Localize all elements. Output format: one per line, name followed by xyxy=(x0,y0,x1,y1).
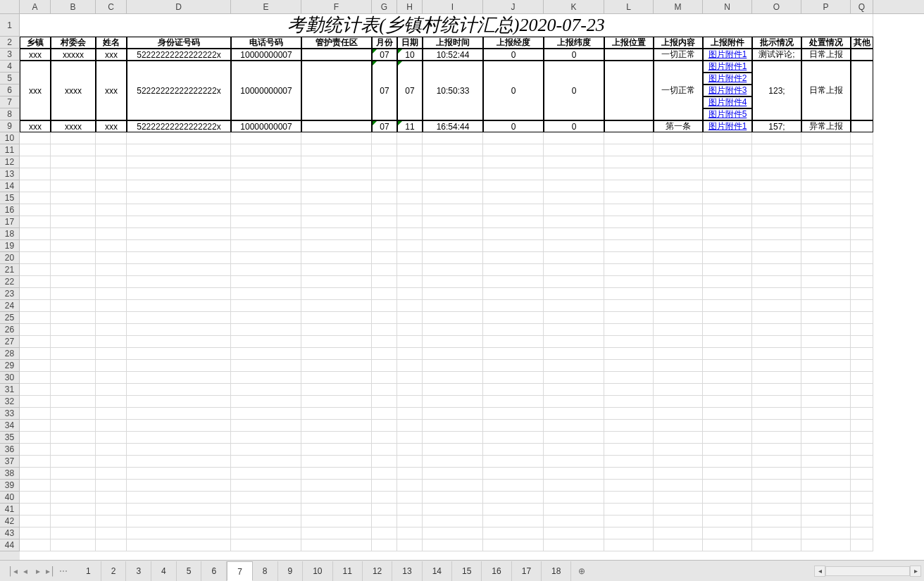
cell-14-J[interactable] xyxy=(483,180,544,192)
cell-14-N[interactable] xyxy=(703,180,752,192)
cell-37-C[interactable] xyxy=(96,456,127,468)
cell-38-C[interactable] xyxy=(96,468,127,480)
cell-22-F[interactable] xyxy=(301,276,372,288)
cell-23-F[interactable] xyxy=(301,288,372,300)
cell-14-C[interactable] xyxy=(96,180,127,192)
cell-28-E[interactable] xyxy=(231,348,301,360)
sheet-tab-4[interactable]: 4 xyxy=(151,561,177,581)
cell-15-O[interactable] xyxy=(752,192,801,204)
cell-23-M[interactable] xyxy=(654,288,703,300)
cell-17-F[interactable] xyxy=(301,216,372,228)
cell-13-M[interactable] xyxy=(654,168,703,180)
cell-39-C[interactable] xyxy=(96,480,127,492)
cell-43-I[interactable] xyxy=(423,527,483,539)
cell-32-Q[interactable] xyxy=(851,396,873,408)
cell-25-H[interactable] xyxy=(397,312,423,324)
cell-30-L[interactable] xyxy=(604,372,654,384)
cell-33-A[interactable] xyxy=(20,408,51,420)
row-header-7[interactable]: 7 xyxy=(0,96,20,108)
cell-39-I[interactable] xyxy=(423,480,483,492)
cell-18-M[interactable] xyxy=(654,228,703,240)
cell-10-M[interactable] xyxy=(654,132,703,144)
cell-43-J[interactable] xyxy=(483,527,544,539)
cell-25-O[interactable] xyxy=(752,312,801,324)
cell-20-P[interactable] xyxy=(801,252,851,264)
cell-28-J[interactable] xyxy=(483,348,544,360)
cell-43-B[interactable] xyxy=(51,527,96,539)
cell-29-D[interactable] xyxy=(127,360,231,372)
cell-31-B[interactable] xyxy=(51,384,96,396)
attachment-1-0-link[interactable]: 图片附件1 xyxy=(708,61,747,73)
cell-21-N[interactable] xyxy=(703,264,752,276)
cell-39-B[interactable] xyxy=(51,480,96,492)
cell-37-B[interactable] xyxy=(51,456,96,468)
row-header-32[interactable]: 32 xyxy=(0,396,20,408)
cell-26-D[interactable] xyxy=(127,324,231,336)
cell-43-P[interactable] xyxy=(801,527,851,539)
cell-20-C[interactable] xyxy=(96,252,127,264)
cell-11-J[interactable] xyxy=(483,144,544,156)
cell-30-B[interactable] xyxy=(51,372,96,384)
cell-41-O[interactable] xyxy=(752,504,801,516)
cell-29-N[interactable] xyxy=(703,360,752,372)
cell-27-J[interactable] xyxy=(483,336,544,348)
cell-43-O[interactable] xyxy=(752,527,801,539)
scroll-right-icon[interactable]: ▸ xyxy=(910,566,921,577)
column-header-P[interactable]: P xyxy=(801,0,851,14)
cell-26-C[interactable] xyxy=(96,324,127,336)
cell-16-C[interactable] xyxy=(96,204,127,216)
cell-43-N[interactable] xyxy=(703,527,752,539)
cell-22-J[interactable] xyxy=(483,276,544,288)
cell-37-P[interactable] xyxy=(801,456,851,468)
cell-17-M[interactable] xyxy=(654,216,703,228)
column-header-H[interactable]: H xyxy=(397,0,423,14)
attachment-1-3[interactable]: 图片附件4 xyxy=(703,96,752,108)
cell-42-C[interactable] xyxy=(96,516,127,527)
row-header-1[interactable]: 1 xyxy=(0,14,20,37)
cell-28-K[interactable] xyxy=(544,348,604,360)
cell-18-C[interactable] xyxy=(96,228,127,240)
cell-14-K[interactable] xyxy=(544,180,604,192)
column-header-D[interactable]: D xyxy=(127,0,231,14)
cell-16-Q[interactable] xyxy=(851,204,873,216)
row-header-35[interactable]: 35 xyxy=(0,432,20,444)
row-header-42[interactable]: 42 xyxy=(0,516,20,527)
cell-36-E[interactable] xyxy=(231,444,301,456)
cell-17-Q[interactable] xyxy=(851,216,873,228)
cell-28-D[interactable] xyxy=(127,348,231,360)
cell-24-J[interactable] xyxy=(483,300,544,312)
cell-25-D[interactable] xyxy=(127,312,231,324)
cell-35-N[interactable] xyxy=(703,432,752,444)
cell-43-G[interactable] xyxy=(372,527,397,539)
cell-34-M[interactable] xyxy=(654,420,703,432)
cell-13-I[interactable] xyxy=(423,168,483,180)
cell-12-H[interactable] xyxy=(397,156,423,168)
row-header-8[interactable]: 8 xyxy=(0,108,20,120)
cell-43-A[interactable] xyxy=(20,527,51,539)
cell-41-G[interactable] xyxy=(372,504,397,516)
tab-last-icon[interactable]: ▸│ xyxy=(45,566,56,577)
cell-25-F[interactable] xyxy=(301,312,372,324)
row-header-24[interactable]: 24 xyxy=(0,300,20,312)
cell-23-D[interactable] xyxy=(127,288,231,300)
cell-11-N[interactable] xyxy=(703,144,752,156)
cell-26-J[interactable] xyxy=(483,324,544,336)
cell-19-Q[interactable] xyxy=(851,240,873,252)
cell-20-H[interactable] xyxy=(397,252,423,264)
cell-44-P[interactable] xyxy=(801,539,851,551)
cell-31-C[interactable] xyxy=(96,384,127,396)
cell-30-D[interactable] xyxy=(127,372,231,384)
cell-17-A[interactable] xyxy=(20,216,51,228)
cell-34-P[interactable] xyxy=(801,420,851,432)
cell-40-J[interactable] xyxy=(483,492,544,504)
row-header-16[interactable]: 16 xyxy=(0,204,20,216)
cell-32-B[interactable] xyxy=(51,396,96,408)
cell-38-N[interactable] xyxy=(703,468,752,480)
cell-10-J[interactable] xyxy=(483,132,544,144)
column-header-G[interactable]: G xyxy=(372,0,397,14)
cell-44-M[interactable] xyxy=(654,539,703,551)
cell-29-C[interactable] xyxy=(96,360,127,372)
cell-13-L[interactable] xyxy=(604,168,654,180)
cell-15-I[interactable] xyxy=(423,192,483,204)
cell-32-D[interactable] xyxy=(127,396,231,408)
